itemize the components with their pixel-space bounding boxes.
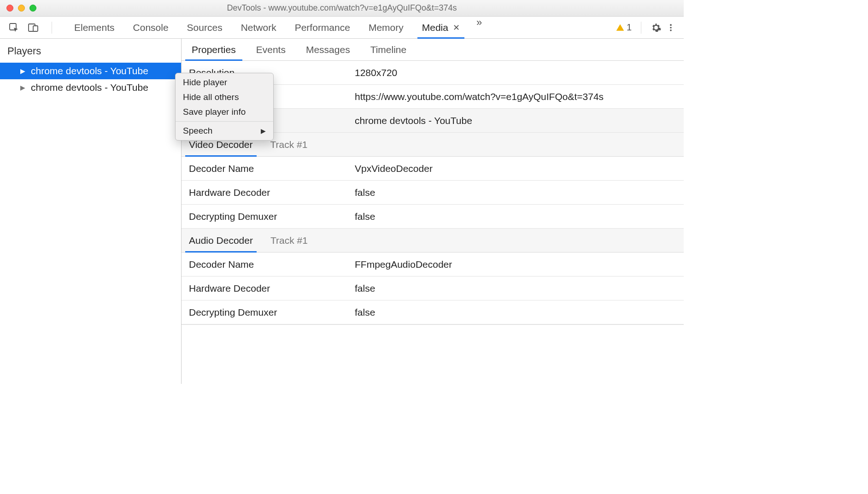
warnings-indicator[interactable]: 1	[616, 22, 632, 33]
context-menu-item-speech[interactable]: Speech ▶	[176, 124, 273, 138]
property-value: VpxVideoDecoder	[351, 163, 684, 174]
property-value: https://www.youtube.com/watch?v=e1gAyQuI…	[351, 91, 684, 102]
kebab-menu-icon[interactable]	[666, 22, 675, 33]
property-row: Hardware Decoder false	[182, 276, 684, 300]
subtab-label: Properties	[192, 44, 236, 55]
property-key: Decoder Name	[182, 163, 351, 174]
section-track[interactable]: Track #1	[260, 139, 308, 150]
sidebar-header: Players	[0, 39, 181, 63]
tab-sources[interactable]: Sources	[178, 17, 232, 38]
subtab-label: Timeline	[370, 44, 407, 55]
property-value: chrome devtools - YouTube	[351, 115, 684, 126]
tab-console[interactable]: Console	[124, 17, 178, 38]
media-subtabs: Properties Events Messages Timeline	[182, 39, 684, 61]
svg-point-5	[670, 29, 672, 31]
subtab-label: Messages	[306, 44, 350, 55]
property-row: Decrypting Demuxer false	[182, 205, 684, 229]
property-value: 1280x720	[351, 67, 684, 78]
properties-blank	[182, 324, 684, 380]
devtools-tabs: Elements Console Sources Network Perform…	[65, 17, 489, 38]
svg-point-4	[670, 27, 672, 29]
property-value: false	[351, 283, 684, 294]
property-value: false	[351, 307, 684, 318]
play-triangle-icon: ▶	[20, 84, 25, 91]
property-key: Hardware Decoder	[182, 283, 351, 294]
svg-point-3	[670, 24, 672, 26]
play-triangle-icon: ▶	[20, 67, 25, 75]
tab-media[interactable]: Media ✕	[413, 17, 469, 38]
window-close-button[interactable]	[6, 5, 13, 12]
window-title: DevTools - www.youtube.com/watch?v=e1gAy…	[0, 3, 684, 13]
window-titlebar: DevTools - www.youtube.com/watch?v=e1gAy…	[0, 0, 684, 17]
property-row: Decrypting Demuxer false	[182, 300, 684, 324]
player-item-label: chrome devtools - YouTube	[31, 65, 148, 76]
context-menu-separator	[176, 121, 273, 122]
window-controls	[0, 5, 36, 12]
tab-label: Console	[133, 22, 169, 33]
tab-label: Performance	[295, 22, 350, 33]
svg-rect-2	[33, 26, 38, 31]
tab-label: Sources	[187, 22, 223, 33]
property-value: FFmpegAudioDecoder	[351, 259, 684, 270]
more-tabs-button[interactable]: »	[469, 17, 489, 38]
tab-label: Memory	[369, 22, 404, 33]
property-value: false	[351, 187, 684, 198]
player-item-label: chrome devtools - YouTube	[31, 82, 148, 93]
section-header-audio-decoder: Audio Decoder Track #1	[182, 229, 684, 253]
window-minimize-button[interactable]	[18, 5, 25, 12]
context-menu-item-save-player-info[interactable]: Save player info	[176, 105, 273, 119]
inspect-element-icon[interactable]	[8, 22, 19, 33]
close-icon[interactable]: ✕	[453, 23, 460, 33]
context-menu-label: Hide player	[183, 77, 227, 88]
warning-count: 1	[627, 22, 632, 33]
context-menu-label: Hide all others	[183, 92, 239, 102]
property-key: Decrypting Demuxer	[182, 307, 351, 318]
tab-label: Media	[422, 22, 448, 33]
subtab-events[interactable]: Events	[246, 39, 296, 60]
context-menu-label: Save player info	[183, 107, 246, 117]
context-menu-item-hide-player[interactable]: Hide player	[176, 75, 273, 90]
tab-label: Network	[241, 22, 276, 33]
tab-performance[interactable]: Performance	[286, 17, 359, 38]
property-key: Decrypting Demuxer	[182, 211, 351, 222]
property-row: Decoder Name FFmpegAudioDecoder	[182, 253, 684, 276]
property-key: Decoder Name	[182, 259, 351, 270]
subtab-properties[interactable]: Properties	[182, 39, 246, 60]
context-menu-label: Speech	[183, 126, 212, 136]
main-area: Players ▶ chrome devtools - YouTube ▶ ch…	[0, 39, 684, 384]
context-menu: Hide player Hide all others Save player …	[175, 73, 274, 141]
gear-icon[interactable]	[651, 22, 662, 33]
window-maximize-button[interactable]	[29, 5, 36, 12]
property-row: Decoder Name VpxVideoDecoder	[182, 157, 684, 181]
chevron-right-icon: ▶	[261, 127, 266, 135]
property-key: Hardware Decoder	[182, 187, 351, 198]
player-item[interactable]: ▶ chrome devtools - YouTube	[0, 79, 181, 96]
devtools-toolbar: Elements Console Sources Network Perform…	[0, 17, 684, 39]
tab-memory[interactable]: Memory	[359, 17, 413, 38]
property-row: Hardware Decoder false	[182, 181, 684, 205]
section-name[interactable]: Audio Decoder	[182, 229, 260, 252]
tab-label: Elements	[74, 22, 115, 33]
tab-network[interactable]: Network	[232, 17, 286, 38]
section-track[interactable]: Track #1	[260, 235, 308, 246]
players-sidebar: Players ▶ chrome devtools - YouTube ▶ ch…	[0, 39, 182, 384]
property-value: false	[351, 211, 684, 222]
context-menu-item-hide-all-others[interactable]: Hide all others	[176, 90, 273, 105]
device-toolbar-icon[interactable]	[28, 22, 39, 33]
toolbar-divider	[52, 22, 52, 34]
subtab-label: Events	[256, 44, 286, 55]
toolbar-divider	[641, 22, 641, 34]
tab-elements[interactable]: Elements	[65, 17, 124, 38]
subtab-timeline[interactable]: Timeline	[360, 39, 417, 60]
subtab-messages[interactable]: Messages	[296, 39, 360, 60]
player-item[interactable]: ▶ chrome devtools - YouTube	[0, 63, 181, 79]
